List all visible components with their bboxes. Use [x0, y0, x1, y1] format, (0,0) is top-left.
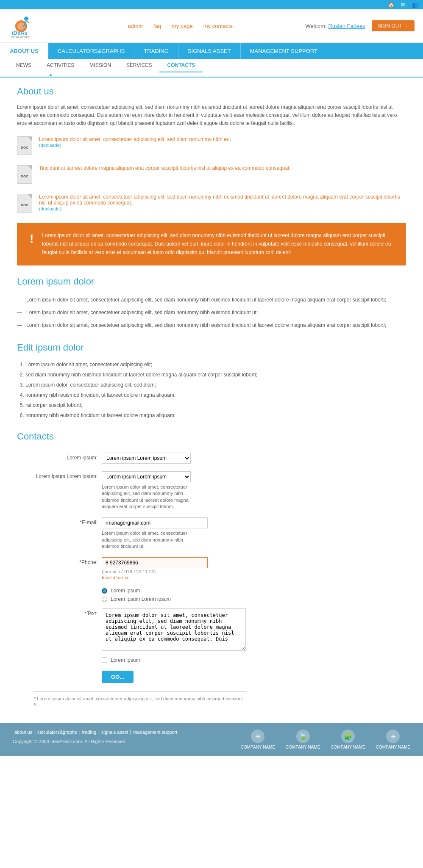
footer-link-management[interactable]: management support	[131, 730, 179, 735]
list-item: sed diam nonummy nibh euismod tincidunt …	[25, 370, 406, 380]
contacts-title: Contacts	[17, 431, 406, 442]
list-item: Lorem ipsum dolor sit amet, consectetuer…	[25, 359, 406, 370]
nav-faq[interactable]: faq	[153, 23, 161, 29]
footer-logo-3: 🧩 COMPANY NAME	[331, 730, 365, 749]
text-textarea[interactable]: Lorem ipsum dolor sit amet, consectetuer…	[102, 608, 246, 651]
email-label: *E-mail:	[34, 517, 97, 525]
radio-item-1[interactable]: Lorem ipsum	[102, 588, 406, 594]
svg-text:IDEAL ASSIST: IDEAL ASSIST	[11, 36, 31, 38]
list-item: Lorem ipsum dolor sit amet, consectetuer…	[17, 306, 406, 319]
doc-text-2: Tincidunt ut laoreet dolore magna aliqua…	[39, 165, 291, 171]
warning-text: Lorem ipsum dolor sit amet, consectetuer…	[42, 231, 393, 257]
radio-input-1[interactable]	[102, 588, 107, 594]
footer-logo-1: ✳ COMPANY NAME	[241, 730, 275, 749]
svg-text:iDeAs: iDeAs	[12, 30, 28, 36]
contacts-form: Lorem ipsum: Lorem ipsum Lorem ipsum Lor…	[17, 448, 406, 707]
footer-content: about us | calculators&graphs | trading …	[13, 730, 410, 749]
sub-nav-mission[interactable]: MISSION	[82, 59, 119, 72]
checkbox-label: Lorem ipsum	[111, 657, 140, 663]
footer-link-calc[interactable]: calculators&graphs	[36, 730, 79, 735]
doc-link-3[interactable]: Lorem ipsum dolor sit amet, consectetuer…	[39, 194, 400, 206]
footer-link-about[interactable]: about us	[13, 730, 34, 735]
form-footnote: * Lorem ipsum dolor sit amet, consectetu…	[34, 691, 246, 706]
edit-section: Edit ipsum dolor Lorem ipsum dolor sit a…	[17, 342, 406, 420]
doc-text-1: Lorem ipsum dolor sit amet, consectetuer…	[39, 136, 232, 148]
home-icon[interactable]: 🏠	[388, 2, 395, 8]
checkbox-input[interactable]	[102, 658, 107, 663]
submit-button[interactable]: GO...	[102, 671, 134, 683]
field1-select[interactable]: Lorem ipsum Lorem ipsum	[102, 453, 191, 464]
group-icon[interactable]: 👥	[412, 2, 419, 8]
nav-my-contacts[interactable]: my contacts	[203, 23, 233, 29]
sub-nav-news[interactable]: NEWS	[8, 59, 39, 72]
radio-item-2[interactable]: Lorem ipsum Lorem ipsum	[102, 596, 406, 602]
footer-logo-2: 🍃 COMPANY NAME	[286, 730, 320, 749]
form-row-email: *E-mail: Lorem ipsum dolor sit amet, con…	[34, 517, 406, 550]
company-name-1: COMPANY NAME	[241, 745, 275, 749]
field2-select[interactable]: Lorem ipsum Lorem ipsum	[102, 471, 191, 482]
nav-admin[interactable]: admin	[128, 23, 142, 29]
logo-area: iDeAs IDEAL ASSIST	[8, 14, 55, 38]
footer-logos: ✳ COMPANY NAME 🍃 COMPANY NAME 🧩 COMPANY …	[241, 730, 410, 749]
username-link[interactable]: Ruslan Fadeev	[328, 23, 365, 29]
sub-nav-activities[interactable]: ACTIVITIES	[39, 59, 82, 72]
lorem-section: Lorem ipsum dolor Lorem ipsum dolor sit …	[17, 276, 406, 332]
footer-link-signals[interactable]: signals asset	[100, 730, 131, 735]
list-item: Lorem ipsum dolor sit amet, consectetuer…	[17, 293, 406, 306]
doc-link-2[interactable]: Tincidunt ut laoreet dolore magna aliqua…	[39, 165, 291, 171]
doc-icon-1	[17, 136, 34, 157]
nav-calculators[interactable]: CALCULATORS&GRAPHS	[48, 43, 134, 59]
nav-my-page[interactable]: my page	[172, 23, 193, 29]
doc-icon-2	[17, 165, 34, 185]
logo: iDeAs IDEAL ASSIST	[8, 14, 55, 38]
nav-about-us[interactable]: ABOUT US	[0, 43, 48, 59]
company-logo-icon-4: ✳	[386, 730, 400, 743]
doc-download-3[interactable]: (donloade)	[39, 206, 61, 211]
mail-icon[interactable]: ✉	[401, 2, 406, 8]
email-control: Lorem ipsum dolor sit amet, consectetuer…	[102, 517, 208, 550]
signout-button[interactable]: SIGN OUT →	[372, 20, 415, 31]
radio-input-2[interactable]	[102, 597, 107, 602]
form-row-submit: GO...	[34, 671, 406, 683]
form-row-checkbox: Lorem ipsum	[34, 657, 406, 663]
text-label: *Text:	[34, 608, 97, 616]
warning-icon: !	[30, 232, 33, 246]
nav-management-support[interactable]: MANAGEMENT SUPPORT	[241, 43, 327, 59]
sub-nav-services[interactable]: SERVICES	[119, 59, 159, 72]
header-nav: admin faq my page my contacts	[128, 23, 233, 29]
doc-icon-3	[17, 194, 34, 214]
phone-input[interactable]	[102, 557, 208, 568]
edit-section-title: Edit ipsum dolor	[17, 342, 406, 353]
company-name-2: COMPANY NAME	[286, 745, 320, 749]
list-item: Lorem ipsum dolor, consectetuer adipisci…	[25, 380, 406, 390]
main-content: About us Lorem ipsum dolor sit amet, con…	[0, 77, 423, 723]
doc-download-1[interactable]: (donloade)	[39, 143, 61, 148]
email-input[interactable]	[102, 517, 208, 528]
form-row-phone: *Phone: (format +7 916 123 11 22) Invali…	[34, 557, 406, 580]
svg-point-2	[24, 17, 28, 21]
company-logo-icon-2: 🍃	[296, 730, 310, 743]
about-us-title: About us	[17, 86, 406, 97]
list-item: nonummy nibh euismod tincidunt ut laoree…	[25, 390, 406, 400]
field2-control: Lorem ipsum Lorem ipsum Lorem ipsum dolo…	[102, 471, 208, 510]
company-logo-icon-1: ✳	[251, 730, 264, 743]
doc-text-3: Lorem ipsum dolor sit amet, consectetuer…	[39, 194, 406, 212]
svg-line-6	[26, 21, 29, 23]
radio-group: Lorem ipsum Lorem ipsum Lorem ipsum	[34, 588, 406, 602]
sub-nav: NEWS ACTIVITIES MISSION SERVICES CONTACT…	[0, 59, 423, 72]
top-bar: 🏠 ✉ 👥	[0, 0, 423, 9]
phone-error: Invalid format.	[102, 575, 208, 580]
footer-link-trading[interactable]: trading	[80, 730, 98, 735]
phone-control: (format +7 916 123 11 22) Invalid format…	[102, 557, 208, 580]
nav-signals-asset[interactable]: SIGNALS ASSET	[178, 43, 241, 59]
field1-label: Lorem ipsum:	[34, 453, 97, 461]
sub-nav-contacts[interactable]: CONTACTS	[159, 59, 203, 72]
lorem-section-title: Lorem ipsum dolor	[17, 276, 406, 287]
list-item: rat corper suscipit loborti;	[25, 400, 406, 410]
sub-nav-wrapper: NEWS ACTIVITIES MISSION SERVICES CONTACT…	[0, 59, 423, 77]
nav-trading[interactable]: TRADING	[134, 43, 178, 59]
footer-nav: about us | calculators&graphs | trading …	[13, 730, 179, 735]
main-nav: ABOUT US CALCULATORS&GRAPHS TRADING SIGN…	[0, 43, 423, 59]
doc-link-1[interactable]: Lorem ipsum dolor sit amet, consectetuer…	[39, 136, 232, 142]
email-hint: Lorem ipsum dolor sit amet, consectetuer…	[102, 530, 195, 550]
